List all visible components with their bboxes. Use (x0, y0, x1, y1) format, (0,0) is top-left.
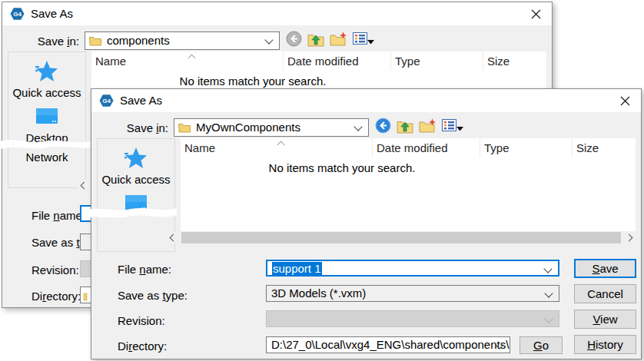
caret-down-icon (367, 34, 374, 47)
dialog-title: Save As (31, 7, 73, 20)
title-bar: G4 Save As (91, 89, 641, 112)
revision-label: Revision: (32, 263, 79, 277)
column-header-type[interactable]: Type (391, 51, 483, 71)
empty-message: No items match your search. (138, 75, 368, 88)
scroll-left-icon (81, 182, 88, 190)
quick-access-icon[interactable] (8, 60, 85, 84)
dialog-title: Save As (120, 94, 162, 107)
save-in-value: components (107, 34, 170, 47)
save-as-type-label: Save as type: (118, 289, 188, 302)
file-name-input[interactable]: support 1 (266, 260, 559, 277)
revision-combobox (266, 310, 559, 327)
file-name-label: File name: (118, 263, 171, 276)
views-button[interactable] (442, 119, 463, 134)
folder-icon (89, 35, 101, 48)
chevron-down-icon (354, 122, 362, 131)
back-icon (375, 118, 391, 136)
scroll-left-button[interactable] (167, 232, 180, 243)
column-header-size[interactable]: Size (483, 51, 546, 71)
scroll-right-icon (626, 234, 633, 242)
scroll-left-button[interactable] (78, 180, 91, 191)
revision-label: Revision: (118, 314, 165, 327)
places-sidebar: Quick access (97, 138, 175, 252)
g4-app-icon: G4 (10, 7, 25, 23)
back-button[interactable] (375, 118, 391, 136)
caret-down-icon (456, 121, 463, 134)
save-in-value: MyOwnComponents (196, 121, 300, 134)
save-in-combobox[interactable]: components (85, 31, 280, 50)
new-folder-button[interactable] (330, 31, 347, 48)
close-icon (531, 8, 541, 22)
chevron-down-icon (264, 35, 273, 44)
save-in-label: Save in: (2, 35, 79, 48)
sidebar-item-network[interactable]: Network (8, 151, 85, 164)
sidebar-item-desktop[interactable]: Desktop (8, 131, 85, 144)
toolbar (286, 31, 374, 48)
empty-message: No items match your search. (227, 161, 457, 174)
views-icon (442, 119, 456, 134)
save-in-label: Save in: (91, 121, 168, 134)
directory-label: Directory: (118, 339, 167, 353)
scrollbar-thumb[interactable] (181, 232, 621, 243)
column-header-date-modified[interactable]: Date modified (373, 138, 480, 157)
folder-icon (178, 122, 191, 135)
sidebar-item-quick-access[interactable]: Quick access (8, 86, 85, 99)
column-header-size[interactable]: Size (573, 138, 636, 157)
title-bar: G4 Save As (2, 2, 552, 25)
directory-value: D:\27_0\Local\vxg4_ENG\shared\components… (271, 338, 509, 351)
save-as-type-combobox[interactable]: 3D Models (*.vxm) (266, 285, 559, 302)
file-name-label: File name: (32, 209, 85, 222)
up-one-level-button[interactable] (307, 31, 324, 49)
file-list-header: Name Date modified Type Size (181, 138, 636, 157)
up-folder-icon (397, 118, 413, 136)
toolbar (375, 118, 463, 135)
close-icon (620, 95, 630, 108)
horizontal-scrollbar[interactable] (167, 232, 636, 243)
directory-combobox[interactable]: D:\27_0\Local\vxg4_ENG\shared\components… (266, 336, 510, 353)
scroll-right-button[interactable] (622, 232, 636, 243)
file-list-header: Name Date modified Type Size (91, 51, 546, 71)
desktop-icon[interactable] (8, 108, 85, 126)
close-button[interactable] (527, 8, 544, 22)
quick-access-icon[interactable] (98, 147, 174, 171)
save-button[interactable]: Save (574, 259, 636, 278)
g4-app-icon: G4 (99, 94, 114, 110)
back-button[interactable] (286, 31, 302, 49)
history-button[interactable]: History (574, 335, 636, 354)
save-as-dialog-foreground: G4 Save As Save in: MyOwnComponents (91, 88, 642, 359)
view-button[interactable]: View (574, 310, 636, 329)
sidebar-item-quick-access[interactable]: Quick access (98, 173, 174, 186)
go-button[interactable]: Go (520, 336, 563, 354)
column-header-name[interactable]: Name (181, 138, 373, 157)
places-sidebar: Quick access Desktop Network (8, 51, 86, 188)
column-header-date-modified[interactable]: Date modified (284, 51, 391, 71)
cancel-button[interactable]: Cancel (574, 284, 636, 303)
directory-label: Directory: (32, 290, 81, 303)
save-as-type-value: 3D Models (*.vxm) (271, 286, 366, 300)
desktop-icon[interactable] (98, 195, 174, 213)
up-folder-icon (307, 31, 324, 49)
close-button[interactable] (616, 94, 633, 108)
chevron-down-icon[interactable] (544, 289, 553, 297)
selected-text: support 1 (272, 262, 322, 275)
up-one-level-button[interactable] (397, 118, 413, 136)
svg-text:G4: G4 (102, 98, 111, 104)
views-icon (353, 32, 367, 48)
column-header-type[interactable]: Type (480, 138, 573, 157)
chevron-down-icon (544, 314, 553, 323)
scroll-left-icon (170, 234, 178, 242)
new-folder-button[interactable] (419, 118, 437, 135)
save-in-combobox[interactable]: MyOwnComponents (174, 118, 369, 137)
new-folder-icon (330, 31, 347, 48)
views-button[interactable] (353, 32, 374, 48)
svg-text:G4: G4 (13, 11, 22, 18)
column-header-name[interactable]: Name (91, 51, 284, 71)
chevron-down-icon[interactable] (543, 264, 552, 273)
file-list: Name Date modified Type Size No items ma… (181, 138, 636, 231)
new-folder-icon (419, 118, 437, 135)
back-icon (286, 31, 302, 49)
